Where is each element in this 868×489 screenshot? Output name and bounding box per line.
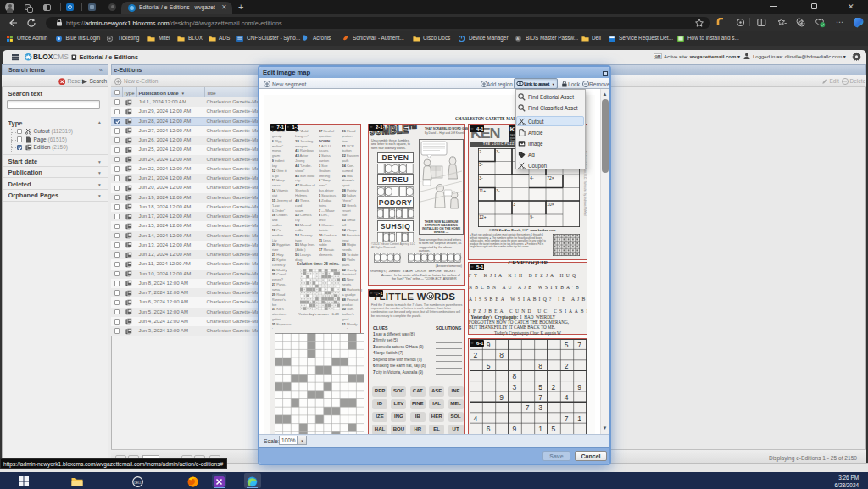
svg-text:11+: 11+	[479, 189, 486, 193]
svg-text:9: 9	[512, 425, 516, 433]
svg-text:3: 3	[538, 403, 542, 412]
svg-text:DELL: DELL	[134, 481, 142, 484]
svg-text:7: 7	[538, 393, 542, 402]
svg-text:12+: 12+	[479, 215, 486, 219]
svg-text:5: 5	[538, 383, 542, 392]
svg-text:5: 5	[486, 362, 490, 370]
svg-text:72×: 72×	[547, 176, 554, 181]
svg-text:7: 7	[564, 414, 568, 423]
svg-text:3: 3	[513, 203, 515, 207]
svg-text:2: 2	[479, 150, 481, 154]
svg-text:7: 7	[577, 341, 581, 349]
svg-text:4: 4	[564, 393, 568, 402]
svg-text:2: 2	[564, 362, 568, 370]
svg-text:3: 3	[512, 383, 516, 392]
svg-text:7: 7	[525, 403, 529, 412]
svg-text:5: 5	[564, 341, 568, 349]
svg-text:1: 1	[577, 414, 581, 423]
svg-text:9: 9	[499, 393, 504, 402]
svg-text:4-: 4-	[530, 176, 534, 181]
svg-text:10×: 10×	[547, 203, 554, 207]
svg-text:9-: 9-	[530, 215, 534, 219]
svg-text:1: 1	[538, 425, 542, 433]
svg-text:4: 4	[473, 414, 477, 423]
svg-text:5: 5	[551, 425, 555, 433]
svg-text:2: 2	[551, 383, 555, 392]
svg-text:8: 8	[538, 362, 542, 370]
svg-text:8: 8	[512, 372, 516, 381]
svg-text:9: 9	[486, 341, 490, 349]
svg-text:9: 9	[577, 383, 581, 392]
svg-text:3-: 3-	[496, 150, 500, 154]
svg-text:8: 8	[499, 351, 504, 359]
svg-text:3-: 3-	[479, 176, 483, 181]
svg-text:5-: 5-	[479, 163, 483, 167]
svg-text:A: A	[516, 36, 519, 41]
svg-text:6: 6	[486, 425, 490, 433]
svg-text:3-: 3-	[496, 189, 500, 193]
svg-text:2: 2	[473, 351, 477, 359]
